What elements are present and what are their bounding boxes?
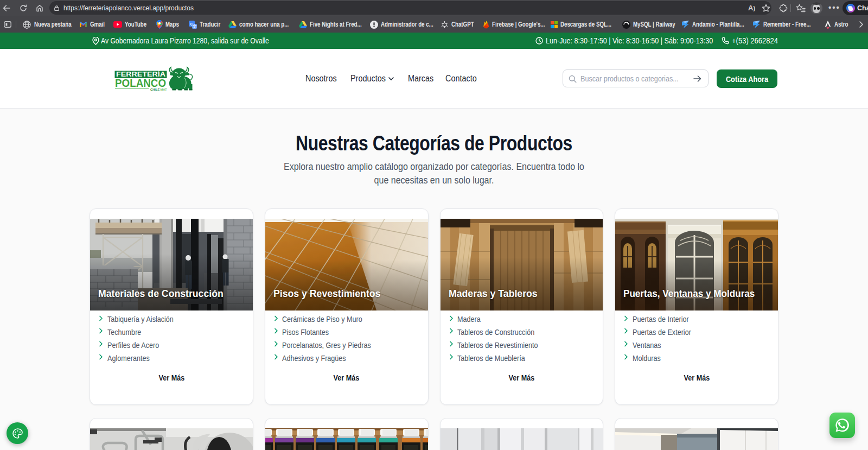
svg-text:POLANCO: POLANCO: [115, 77, 166, 89]
svg-text:MAT: MAT: [161, 88, 168, 91]
svg-text:文: 文: [192, 24, 197, 29]
svg-text:CHILE: CHILE: [150, 88, 160, 91]
